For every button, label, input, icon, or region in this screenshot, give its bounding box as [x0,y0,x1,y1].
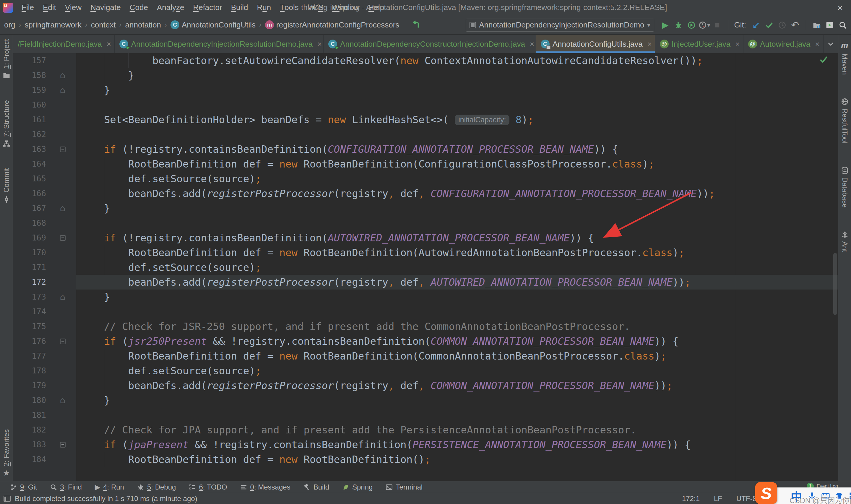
close-button[interactable]: × [831,0,849,15]
breadcrumb-springframework[interactable]: springframework [25,20,82,30]
tool-window-toggle-icon[interactable] [3,496,11,502]
code-editor[interactable]: 157 beanFactory.setAutowireCandidateReso… [13,53,838,481]
sogou-ime-logo[interactable]: S [755,482,777,504]
fold-end-icon[interactable]: ⌂ [56,201,69,216]
history-clock-button[interactable] [776,19,789,32]
fold-collapse-icon[interactable] [56,437,69,452]
editor-scrollbar[interactable] [833,253,837,315]
minimize-button[interactable] [794,0,813,15]
line-number[interactable]: 170 [13,245,46,260]
fold-collapse-icon[interactable] [56,230,69,245]
code-line-170[interactable]: 170 RootBeanDefinition def = new RootBea… [13,245,838,260]
close-icon[interactable]: × [647,40,652,49]
tool-stripe-project[interactable]: 1: Project [2,39,11,79]
scroll-from-source-icon[interactable] [412,20,420,29]
fold-collapse-icon[interactable] [56,142,69,157]
code-line-173[interactable]: 173⌂ } [13,289,838,304]
tab-AnnotationDependencyInjectionResolutionDemo-java[interactable]: CAnnotationDependencyInjectionResolution… [115,35,324,53]
fold-end-icon[interactable]: ⌂ [56,393,69,408]
close-icon[interactable]: × [815,40,820,49]
line-number[interactable]: 163 [13,142,46,157]
inspection-ok-icon[interactable] [819,55,828,64]
menu-view[interactable]: View [60,0,86,15]
code-line-177[interactable]: 177 RootBeanDefinition def = new RootBea… [13,348,838,363]
code-line-165[interactable]: 165 def.setSource(source); [13,172,838,186]
toolwindow-button-messages[interactable]: 0: Messages [240,483,290,491]
file-encoding[interactable]: UTF-8 [736,494,757,503]
code-line-175[interactable]: 175 // Check for JSR-250 support, and if… [13,319,838,334]
line-number[interactable]: 173 [13,289,46,304]
line-number[interactable]: 159 [13,83,46,97]
code-line-179[interactable]: 179 beanDefs.add(registerPostProcessor(r… [13,378,838,393]
tool-stripe-commit[interactable]: Commit [2,168,11,203]
project-structure-button[interactable] [810,19,823,32]
commit-check-button[interactable] [763,19,776,32]
debug-button[interactable] [672,19,685,32]
fold-end-icon[interactable]: ⌂ [56,83,69,97]
code-line-164[interactable]: 164 RootBeanDefinition def = new RootBea… [13,157,838,172]
line-number[interactable]: 162 [13,127,46,142]
tab-AnnotationConfigUtils-java[interactable]: CAnnotationConfigUtils.java× [536,35,655,53]
line-number[interactable]: 183 [13,437,46,452]
code-line-158[interactable]: 158⌂ } [13,68,838,83]
code-line-184[interactable]: 184 RootBeanDefinition def = new RootBea… [13,452,838,467]
code-line-157[interactable]: 157 beanFactory.setAutowireCandidateReso… [13,53,838,68]
line-number[interactable]: 179 [13,378,46,393]
code-line-176[interactable]: 176 if (jsr250Present && !registry.conta… [13,334,838,348]
maximize-button[interactable] [813,0,831,15]
caret-position[interactable]: 172:1 [682,494,700,503]
profiler-button[interactable]: ▾ [698,19,711,32]
menu-edit[interactable]: Edit [38,0,60,15]
stop-button[interactable]: ■ [711,19,724,32]
toolwindow-button-debug[interactable]: 5: Debug [137,483,176,491]
breadcrumb-context[interactable]: context [91,20,116,30]
line-separator[interactable]: LF [714,494,722,503]
line-number[interactable]: 171 [13,260,46,275]
line-number[interactable]: 161 [13,112,46,127]
menu-refactor[interactable]: Refactor [188,0,227,15]
tool-stripe-database[interactable]: Database [841,167,849,208]
code-line-178[interactable]: 178 def.setSource(source); [13,363,838,378]
line-number[interactable]: 169 [13,230,46,245]
toolwindow-button-todo[interactable]: 6: TODO [189,483,227,491]
line-number[interactable]: 182 [13,422,46,437]
line-number[interactable]: 177 [13,348,46,363]
close-icon[interactable]: × [318,40,322,49]
toolwindow-button-spring[interactable]: Spring [342,483,373,491]
close-icon[interactable]: × [735,40,740,49]
tab--FieldInjectionDemo-java[interactable]: /FieldInjectionDemo.java× [13,35,115,53]
code-line-168[interactable]: 168 [13,216,838,230]
menu-build[interactable]: Build [227,0,253,15]
toolwindow-button-git[interactable]: 9: Git [10,483,37,491]
menu-file[interactable]: File [17,0,38,15]
code-line-174[interactable]: 174 [13,304,838,319]
tool-stripe-ant[interactable]: Ant [841,231,849,252]
terminal-run-button[interactable] [823,19,836,32]
tab-InjectedUser-java[interactable]: @InjectedUser.java× [655,35,743,53]
code-line-183[interactable]: 183 if (jpaPresent && !registry.contains… [13,437,838,452]
run-configuration-select[interactable]: AnnotationDependencyInjectionResolutionD… [466,19,654,32]
code-line-180[interactable]: 180⌂ } [13,393,838,408]
line-number[interactable]: 166 [13,186,46,201]
breadcrumb-registerAnnotationConfigProcessors[interactable]: mregisterAnnotationConfigProcessors [265,20,399,30]
line-number[interactable]: 168 [13,216,46,230]
fold-end-icon[interactable]: ⌂ [56,289,69,304]
line-number[interactable]: 175 [13,319,46,334]
toolwindow-button-build[interactable]: Build [304,483,329,491]
line-number[interactable]: 158 [13,68,46,83]
menu-navigate[interactable]: Navigate [86,0,125,15]
code-line-160[interactable]: 160 [13,97,838,112]
code-line-162[interactable]: 162 [13,127,838,142]
line-number[interactable]: 184 [13,452,46,467]
toolwindow-button-run[interactable]: ▶4: Run [95,483,124,491]
tool-stripe-structure[interactable]: 7: Structure [2,100,11,147]
coverage-button[interactable] [685,19,698,32]
code-line-182[interactable]: 182 // Check for JPA support, and if pre… [13,422,838,437]
tool-stripe-favorites[interactable]: 2: Favorites★ [2,429,11,477]
toolwindow-button-terminal[interactable]: Terminal [386,483,422,491]
line-number[interactable]: 164 [13,157,46,172]
breadcrumb-org[interactable]: org [4,20,15,30]
hidden-tabs-chevron[interactable] [823,35,838,53]
line-number[interactable]: 172 [13,275,46,289]
code-line-169[interactable]: 169 if (!registry.containsBeanDefinition… [13,230,838,245]
